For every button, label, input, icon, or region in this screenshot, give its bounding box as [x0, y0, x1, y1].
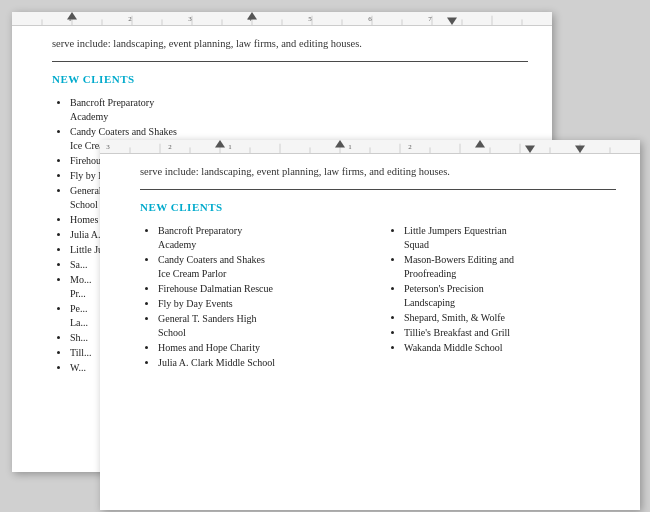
svg-text:1: 1 — [348, 144, 351, 151]
list-item: Fly by Day Events — [158, 297, 370, 311]
back-divider — [52, 61, 528, 62]
svg-marker-48 — [575, 146, 585, 153]
list-item: Mason-Bowers Editing andProofreading — [404, 253, 616, 281]
front-section-title: NEW CLIENTS — [140, 200, 616, 216]
svg-text:1: 1 — [68, 16, 71, 23]
svg-text:2: 2 — [168, 144, 171, 151]
list-item: Julia A. Clark Middle School — [158, 356, 370, 370]
svg-marker-45 — [335, 140, 345, 147]
ruler-front: 3 2 1 1 2 — [100, 140, 640, 154]
svg-marker-19 — [447, 18, 457, 25]
back-intro-text: serve include: landscaping, event planni… — [52, 36, 528, 51]
front-clients-left: Bancroft PreparatoryAcademy Candy Coater… — [140, 224, 370, 371]
front-document: 3 2 1 1 2 serve include: landscaping, ev… — [100, 140, 640, 510]
list-item: Candy Coaters and ShakesIce Cream Parlor — [158, 253, 370, 281]
svg-text:2: 2 — [408, 144, 411, 151]
list-item: Wakanda Middle School — [404, 341, 616, 355]
front-doc-content: serve include: landscaping, event planni… — [100, 154, 640, 381]
list-item: Firehouse Dalmatian Rescue — [158, 282, 370, 296]
svg-text:2: 2 — [128, 16, 131, 23]
svg-text:3: 3 — [106, 144, 110, 151]
svg-marker-46 — [475, 140, 485, 147]
list-item: Shepard, Smith, & Wolfe — [404, 311, 616, 325]
back-section-title: NEW CLIENTS — [52, 72, 528, 88]
list-item: Peterson's PrecisionLandscaping — [404, 282, 616, 310]
front-clients-container: Bancroft PreparatoryAcademy Candy Coater… — [140, 224, 616, 371]
list-item: Bancroft PreparatoryAcademy — [70, 96, 528, 124]
list-item: General T. Sanders HighSchool — [158, 312, 370, 340]
list-item: Little Jumpers EquestrianSquad — [404, 224, 616, 252]
ruler-back: 1 2 3 4 5 6 7 — [12, 12, 552, 26]
front-divider — [140, 189, 616, 190]
list-item: Tillie's Breakfast and Grill — [404, 326, 616, 340]
clients-left-ul: Bancroft PreparatoryAcademy Candy Coater… — [140, 224, 370, 370]
svg-text:1: 1 — [228, 144, 231, 151]
list-item: Bancroft PreparatoryAcademy — [158, 224, 370, 252]
front-clients-right: Little Jumpers EquestrianSquad Mason-Bow… — [386, 224, 616, 371]
front-intro-text: serve include: landscaping, event planni… — [140, 164, 616, 179]
clients-right-ul: Little Jumpers EquestrianSquad Mason-Bow… — [386, 224, 616, 355]
list-item: Homes and Hope Charity — [158, 341, 370, 355]
svg-marker-47 — [525, 146, 535, 153]
svg-marker-44 — [215, 140, 225, 147]
